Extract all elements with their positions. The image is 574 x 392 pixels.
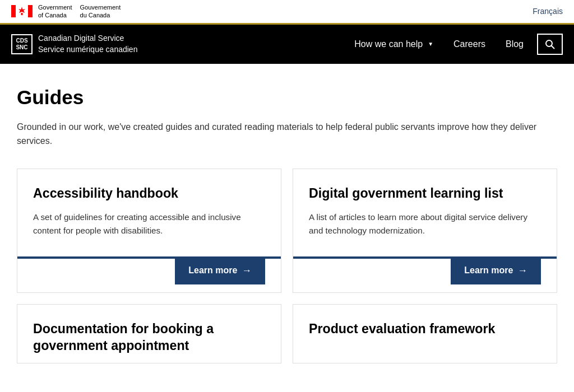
- svg-rect-1: [28, 5, 33, 17]
- nav-how-we-can-help[interactable]: How we can help ▼: [344, 26, 443, 63]
- guide-card-digital-learning: Digital government learning list A list …: [293, 169, 557, 293]
- card-footer-accessibility: Learn more →: [33, 249, 265, 292]
- dropdown-arrow-icon: ▼: [428, 41, 433, 47]
- learn-more-accessibility[interactable]: Learn more →: [175, 257, 265, 284]
- page-description: Grounded in our work, we've created guid…: [17, 120, 557, 148]
- guide-card-booking: Documentation for booking a government a…: [17, 304, 281, 363]
- gc-wordmark-fr: Gouvernement du Canada: [80, 3, 121, 20]
- card-content: Documentation for booking a government a…: [33, 320, 265, 363]
- card-title-accessibility: Accessibility handbook: [33, 185, 265, 202]
- card-desc-accessibility: A set of guidelines for creating accessi…: [33, 211, 265, 238]
- arrow-icon: →: [517, 265, 527, 277]
- cds-logo-text: Canadian Digital Service Service numériq…: [38, 33, 137, 55]
- svg-rect-4: [21, 13, 23, 15]
- main-content: Guides Grounded in our work, we've creat…: [0, 64, 574, 392]
- nav-careers[interactable]: Careers: [443, 26, 496, 63]
- search-icon: [545, 39, 555, 49]
- cds-logo-link[interactable]: CDS SNC Canadian Digital Service Service…: [11, 33, 137, 55]
- search-button[interactable]: [537, 34, 563, 55]
- guide-card-evaluation: Product evaluation framework: [293, 304, 557, 363]
- card-title-digital-learning: Digital government learning list: [309, 185, 541, 202]
- card-desc-digital-learning: A list of articles to learn more about d…: [309, 211, 541, 238]
- cds-logo-box: CDS SNC: [11, 34, 33, 54]
- cds-navbar: CDS SNC Canadian Digital Service Service…: [0, 25, 574, 64]
- card-content: Digital government learning list A list …: [309, 185, 541, 249]
- gc-wordmark-area: Government of Canada Gouvernement du Can…: [11, 3, 121, 20]
- card-content: Accessibility handbook A set of guidelin…: [33, 185, 265, 249]
- nav-blog[interactable]: Blog: [496, 26, 534, 63]
- gc-top-bar: Government of Canada Gouvernement du Can…: [0, 0, 574, 25]
- nav-links: How we can help ▼ Careers Blog: [344, 26, 563, 63]
- card-title-booking: Documentation for booking a government a…: [33, 320, 265, 354]
- cards-grid: Accessibility handbook A set of guidelin…: [17, 169, 557, 363]
- gc-wordmark-text: Government of Canada: [38, 3, 72, 20]
- page-title: Guides: [17, 86, 557, 109]
- learn-more-digital-learning[interactable]: Learn more →: [451, 257, 541, 284]
- language-toggle[interactable]: Français: [533, 7, 563, 16]
- guide-card-accessibility: Accessibility handbook A set of guidelin…: [17, 169, 281, 293]
- arrow-icon: →: [242, 265, 252, 277]
- card-content: Product evaluation framework: [309, 320, 541, 346]
- canada-flag-icon: [11, 5, 33, 17]
- svg-line-6: [552, 45, 554, 48]
- gc-flag: [11, 5, 33, 17]
- card-title-evaluation: Product evaluation framework: [309, 320, 541, 337]
- svg-rect-0: [11, 5, 16, 17]
- card-footer-digital-learning: Learn more →: [309, 249, 541, 292]
